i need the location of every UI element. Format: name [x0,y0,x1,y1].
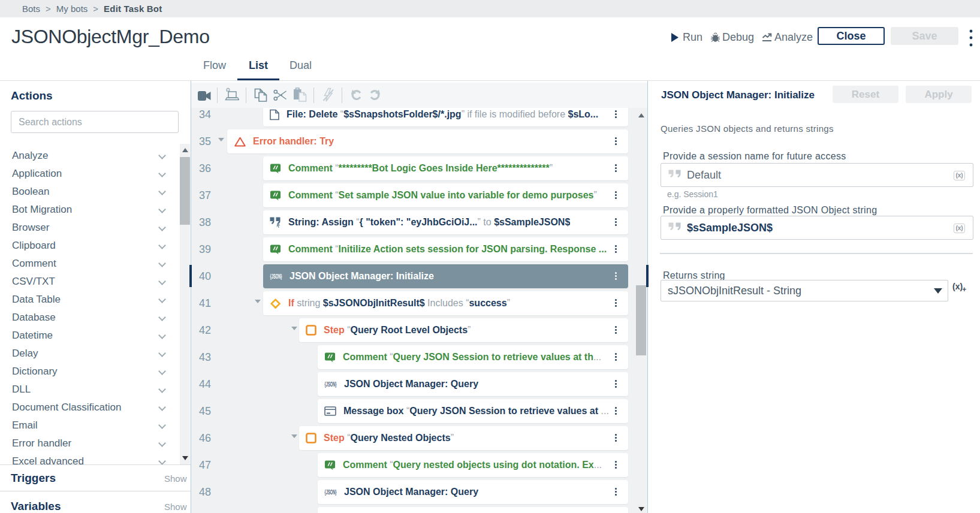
svg-text:{JSON}: {JSON} [325,488,337,496]
svg-text:{JSON}: {JSON} [325,381,337,388]
svg-text:{JSON}: {JSON} [270,273,282,280]
